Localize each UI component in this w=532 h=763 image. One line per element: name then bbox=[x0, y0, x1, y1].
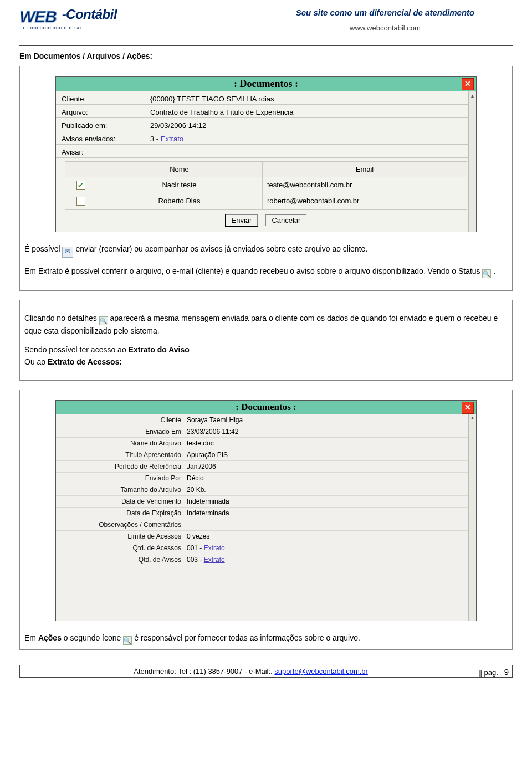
detail-value: Jan./2006 bbox=[187, 463, 467, 470]
checkbox[interactable] bbox=[76, 197, 85, 206]
text-bold: Extrato de Acessos: bbox=[48, 357, 122, 366]
detail-value: 0 vezes bbox=[187, 532, 467, 540]
support-mail-link[interactable]: suporte@webcontabil.com.br bbox=[274, 667, 368, 675]
detail-row: Enviado Em23/03/2006 11:42 bbox=[56, 426, 476, 438]
detail-value: 23/03/2006 11:42 bbox=[187, 428, 467, 436]
label-avisar: Avisar: bbox=[62, 148, 150, 156]
text: Em Extrato é possivel conferir o arquivo… bbox=[24, 267, 482, 275]
table-row: ✔ Nacir teste teste@webcontabil.com.br bbox=[65, 177, 467, 193]
checkbox[interactable]: ✔ bbox=[76, 181, 85, 190]
extrato-link[interactable]: Extrato bbox=[204, 544, 225, 552]
text: Sendo possível ter acesso ao bbox=[24, 345, 129, 354]
detail-row: Enviado PorDécio bbox=[56, 473, 476, 484]
paragraph-1: É possível ✉ enviar (reenviar) ou acompa… bbox=[24, 243, 508, 278]
detail-row: Nome do Arquivoteste.doc bbox=[56, 438, 476, 449]
detail-label: Enviado Por bbox=[59, 474, 187, 482]
detail-value: Décio bbox=[187, 474, 467, 482]
status-icon: 🔍 bbox=[482, 269, 491, 278]
logo: WEB -Contábil 1.0.1.010.10101.01010101 D… bbox=[19, 7, 117, 30]
mail-resend-icon: ✉ bbox=[62, 247, 73, 258]
detail-label: Limite de Acessos bbox=[59, 532, 187, 540]
detail-label: Nome do Arquivo bbox=[59, 439, 187, 447]
detail-row: Tamanho do Arquivo20 Kb. bbox=[56, 484, 476, 496]
text-bold: Ações bbox=[38, 633, 62, 642]
documentos-dialog-2: : Documentos : ✕ ▴ ClienteSoraya Taemi H… bbox=[55, 400, 477, 621]
close-icon[interactable]: ✕ bbox=[462, 402, 474, 414]
text-bold: Extrato do Aviso bbox=[129, 345, 190, 354]
label-cliente: Cliente: bbox=[62, 95, 150, 103]
dialog-title: : Documentos : ✕ bbox=[56, 401, 476, 414]
detail-value: Soraya Taemi Higa bbox=[187, 416, 467, 424]
col-email: Email bbox=[263, 162, 467, 177]
footer: Atendimento: Tel : (11) 3857-9007 - e-Ma… bbox=[19, 665, 513, 678]
detail-row: Data de VencimentoIndeterminada bbox=[56, 496, 476, 508]
cancelar-button[interactable]: Cancelar bbox=[265, 214, 306, 226]
footer-pag-num: 9 bbox=[504, 667, 509, 677]
scrollbar[interactable]: ▴ bbox=[468, 91, 476, 232]
detail-row: Observações / Comentários bbox=[56, 519, 476, 531]
detail-row: Qtd. de Acessos001 - Extrato bbox=[56, 542, 476, 554]
dialog-title: : Documentos : ✕ bbox=[56, 77, 476, 91]
logo-contabil-text: -Contábil bbox=[62, 7, 117, 22]
label-publicado: Publicado em: bbox=[62, 121, 150, 130]
avisos-prefix: 3 - bbox=[150, 135, 161, 143]
detail-value: Indeterminada bbox=[187, 498, 467, 505]
content-box-3: : Documentos : ✕ ▴ ClienteSoraya Taemi H… bbox=[19, 390, 513, 650]
tagline: Seu site como um diferencial de atendime… bbox=[258, 8, 513, 17]
detail-value: Indeterminada bbox=[187, 509, 467, 517]
table-row: Roberto Dias roberto@webcontabil.com.br bbox=[65, 193, 467, 209]
site-url: www.webcontabil.com bbox=[258, 24, 513, 32]
detail-label: Tamanho do Arquivo bbox=[59, 486, 187, 494]
detail-value: teste.doc bbox=[187, 439, 467, 447]
dialog-title-text: : Documentos : bbox=[236, 402, 296, 412]
label-arquivo: Arquivo: bbox=[62, 108, 150, 116]
section-title: Em Documentos / Arquivos / Ações: bbox=[19, 52, 513, 60]
text: Clicando no detalhes bbox=[24, 314, 99, 322]
cell-email: roberto@webcontabil.com.br bbox=[263, 193, 467, 209]
recipients-table: Nome Email ✔ Nacir teste teste@webcontab… bbox=[65, 161, 467, 210]
footer-text: Atendimento: Tel : (11) 3857-9007 - e-Ma… bbox=[134, 667, 274, 675]
detail-label: Título Apresentado bbox=[59, 451, 187, 459]
text: É possível bbox=[24, 244, 62, 253]
value-publicado: 29/03/2006 14:12 bbox=[150, 121, 466, 130]
detail-label: Data de Vencimento bbox=[59, 498, 187, 505]
detail-row: Qtd. de Avisos003 - Extrato bbox=[56, 554, 476, 565]
info-icon: 🔍 bbox=[123, 636, 132, 645]
page-header: WEB -Contábil 1.0.1.010.10101.01010101 D… bbox=[19, 7, 513, 44]
detail-row: Período de ReferênciaJan./2006 bbox=[56, 461, 476, 473]
detail-row: ClienteSoraya Taemi Higa bbox=[56, 414, 476, 426]
documentos-dialog-1: : Documentos : ✕ ▴ Cliente: {00000} TEST… bbox=[55, 76, 477, 232]
value-cliente: {00000} TESTE TIAGO SEVILHA rdias bbox=[150, 95, 466, 103]
cell-email: teste@webcontabil.com.br bbox=[263, 177, 467, 193]
value-avisos: 3 - Extrato bbox=[150, 135, 466, 143]
detail-row: Limite de Acessos0 vezes bbox=[56, 531, 476, 542]
value-arquivo: Contrato de Trabalho à Título de Experiê… bbox=[150, 108, 466, 116]
detail-label: Qtd. de Acessos bbox=[59, 544, 187, 552]
content-box-2: Clicando no detalhes 🔍 aparecerá a mesma… bbox=[19, 300, 513, 381]
detail-label: Período de Referência bbox=[59, 463, 187, 470]
detail-label: Data de Expiração bbox=[59, 509, 187, 517]
dialog-title-text: : Documentos : bbox=[234, 78, 298, 89]
label-avisos: Avisos enviados: bbox=[62, 135, 150, 143]
extrato-link[interactable]: Extrato bbox=[161, 135, 183, 143]
text: é responsável por fornecer todas as info… bbox=[134, 633, 360, 642]
logo-subtext: 1.0.1.010.10101.01010101 D/C bbox=[19, 25, 117, 30]
detail-value: 003 - Extrato bbox=[187, 556, 467, 564]
detail-row: Data de ExpiraçãoIndeterminada bbox=[56, 508, 476, 519]
details-icon: 🔍 bbox=[99, 316, 108, 325]
close-icon[interactable]: ✕ bbox=[462, 78, 474, 90]
text: Em bbox=[24, 633, 38, 642]
detail-value bbox=[187, 521, 467, 529]
enviar-button[interactable]: Enviar bbox=[226, 214, 258, 226]
col-nome: Nome bbox=[96, 162, 263, 177]
detail-label: Enviado Em bbox=[59, 428, 187, 436]
text: Ou ao bbox=[24, 357, 48, 366]
cell-nome: Nacir teste bbox=[96, 177, 263, 193]
content-box-1: : Documentos : ✕ ▴ Cliente: {00000} TEST… bbox=[19, 66, 513, 291]
detail-value: 20 Kb. bbox=[187, 486, 467, 494]
extrato-link[interactable]: Extrato bbox=[204, 556, 225, 564]
scrollbar[interactable]: ▴ bbox=[468, 414, 476, 621]
text: . bbox=[493, 267, 495, 275]
detail-row: Título ApresentadoApuração PIS bbox=[56, 449, 476, 461]
detail-label: Qtd. de Avisos bbox=[59, 556, 187, 564]
